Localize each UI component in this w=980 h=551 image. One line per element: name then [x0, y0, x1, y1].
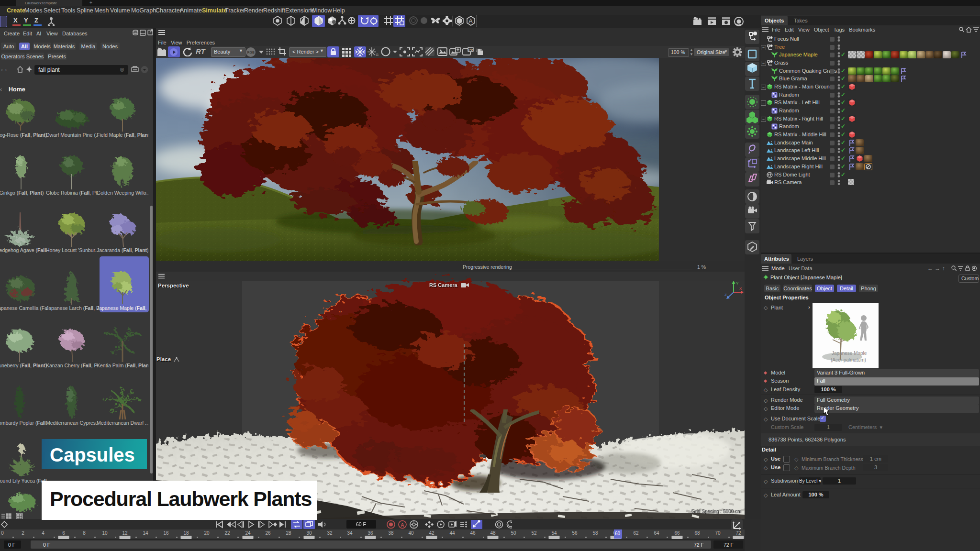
svg-text:Japanese Maple: Japanese Maple [832, 351, 867, 356]
svg-text:RGB: RGB [247, 51, 255, 54]
svg-text:A: A [401, 522, 404, 528]
svg-text:G: G [376, 53, 379, 57]
svg-text:PV: PV [468, 48, 473, 52]
svg-text:X: X [739, 287, 742, 291]
svg-text:Z: Z [724, 293, 727, 297]
svg-text:A: A [469, 18, 473, 24]
svg-text:60 F: 60 F [356, 521, 366, 527]
svg-text:Y: Y [736, 281, 739, 286]
svg-text:(Acer palmatum): (Acer palmatum) [831, 357, 866, 363]
